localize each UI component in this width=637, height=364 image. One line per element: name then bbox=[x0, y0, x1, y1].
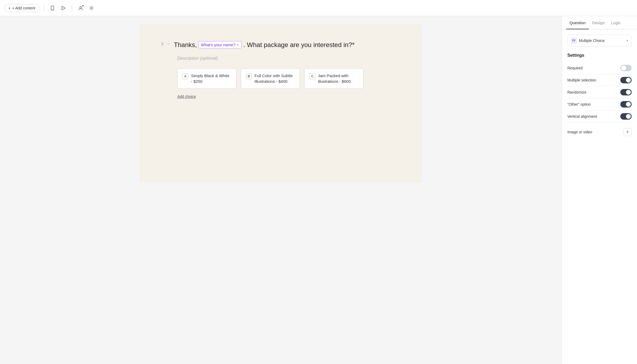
svg-point-3 bbox=[80, 6, 82, 8]
toggle-vertical-alignment[interactable] bbox=[620, 113, 632, 120]
add-content-label: + Add content bbox=[12, 6, 35, 10]
multiple-choice-icon bbox=[571, 38, 577, 44]
question-prefix: Thanks, bbox=[174, 40, 197, 49]
choice-letter-c: C bbox=[309, 73, 315, 79]
main-layout: 3 → Thanks, What's your name? ✕ . What p… bbox=[0, 16, 637, 364]
piped-tag-close-icon[interactable]: ✕ bbox=[236, 43, 239, 47]
add-icon: + bbox=[8, 6, 10, 10]
add-content-button[interactable]: + + Add content bbox=[4, 4, 39, 12]
plus-icon: + bbox=[626, 129, 629, 135]
gear-icon bbox=[89, 5, 94, 11]
panel-tabs: Question Design Logic bbox=[562, 16, 637, 29]
question-description[interactable]: Description (optional) bbox=[177, 56, 406, 61]
setting-row-randomize: Randomize bbox=[567, 86, 632, 98]
toggle-multiple-selection[interactable] bbox=[620, 77, 632, 83]
piped-tag-text: What's your name? bbox=[201, 42, 236, 48]
svg-rect-7 bbox=[574, 40, 575, 40]
tab-logic[interactable]: Logic bbox=[608, 16, 624, 29]
settings-button[interactable] bbox=[87, 4, 96, 12]
toolbar-divider-2 bbox=[72, 4, 72, 12]
toolbar: + + Add content bbox=[0, 0, 637, 16]
setting-label-required: Required bbox=[567, 66, 583, 70]
question-type-label: Multiple Choice bbox=[579, 38, 624, 43]
play-button[interactable] bbox=[59, 4, 68, 12]
mobile-icon bbox=[50, 5, 55, 11]
choice-card-c[interactable]: C Jam Packed with illustrations - $600 bbox=[304, 68, 363, 89]
person-button[interactable] bbox=[76, 4, 85, 12]
tab-question[interactable]: Question bbox=[566, 16, 589, 29]
image-video-label: Image or video bbox=[567, 130, 592, 134]
toggle-other-option[interactable] bbox=[620, 101, 632, 108]
setting-row-vertical-alignment: Vertical alignment bbox=[567, 110, 632, 123]
svg-point-4 bbox=[91, 7, 92, 9]
toggle-knob-vertical-alignment bbox=[626, 114, 631, 119]
setting-label-multiple-selection: Multiple selection bbox=[567, 78, 596, 82]
choice-text-b: Full Color with Subtle Illustrations - $… bbox=[254, 73, 295, 84]
panel-body: Multiple Choice ▾ Settings Required Mult… bbox=[562, 29, 637, 141]
toggle-knob-randomize bbox=[626, 90, 631, 95]
canvas-area: 3 → Thanks, What's your name? ✕ . What p… bbox=[0, 16, 562, 364]
question-number: 3 bbox=[161, 41, 163, 46]
setting-row-required: Required bbox=[567, 62, 632, 74]
add-choice-button[interactable]: Add choice bbox=[177, 94, 196, 99]
setting-row-other-option: "Other" option bbox=[567, 98, 632, 110]
setting-label-vertical-alignment: Vertical alignment bbox=[567, 114, 597, 119]
setting-label-randomize: Randomize bbox=[567, 90, 586, 94]
svg-rect-8 bbox=[574, 41, 575, 41]
svg-point-5 bbox=[572, 40, 573, 40]
setting-label-other-option: "Other" option bbox=[567, 102, 591, 106]
setting-row-multiple-selection: Multiple selection bbox=[567, 74, 632, 86]
svg-point-6 bbox=[572, 41, 573, 41]
choice-card-b[interactable]: B Full Color with Subtle Illustrations -… bbox=[241, 68, 300, 89]
mobile-preview-button[interactable] bbox=[48, 4, 57, 12]
notification-dot bbox=[82, 5, 84, 7]
right-panel: Question Design Logic M bbox=[562, 16, 637, 364]
play-icon bbox=[61, 5, 66, 11]
question-type-dropdown[interactable]: Multiple Choice ▾ bbox=[567, 35, 632, 47]
question-arrow: → bbox=[167, 41, 171, 46]
choices-row: A Simply Black & White - $250 B Full Col… bbox=[177, 68, 406, 89]
piped-tag[interactable]: What's your name? ✕ bbox=[199, 41, 242, 48]
svg-marker-2 bbox=[62, 6, 65, 10]
toggle-required[interactable] bbox=[620, 65, 632, 71]
toggle-randomize[interactable] bbox=[620, 89, 632, 95]
toolbar-divider bbox=[44, 4, 44, 12]
tab-design[interactable]: Design bbox=[589, 16, 608, 29]
image-video-row: Image or video + bbox=[567, 128, 632, 136]
choice-letter-b: B bbox=[246, 73, 252, 79]
question-suffix: . What package are you interested in?* bbox=[243, 40, 355, 49]
choice-card-a[interactable]: A Simply Black & White - $250 bbox=[177, 68, 236, 89]
choice-text-c: Jam Packed with illustrations - $600 bbox=[318, 73, 358, 84]
canvas-card: 3 → Thanks, What's your name? ✕ . What p… bbox=[140, 24, 422, 183]
question-block: 3 → Thanks, What's your name? ✕ . What p… bbox=[161, 40, 406, 49]
toggle-knob-other-option bbox=[626, 102, 631, 107]
toggle-knob-multiple-selection bbox=[626, 78, 631, 83]
choice-letter-a: A bbox=[182, 73, 188, 79]
choice-text-a: Simply Black & White - $250 bbox=[191, 73, 231, 84]
settings-title: Settings bbox=[567, 53, 632, 58]
toggle-knob-required bbox=[621, 66, 626, 70]
chevron-down-icon: ▾ bbox=[627, 39, 628, 42]
question-text: Thanks, What's your name? ✕ . What packa… bbox=[174, 40, 355, 49]
add-media-button[interactable]: + bbox=[624, 128, 632, 136]
